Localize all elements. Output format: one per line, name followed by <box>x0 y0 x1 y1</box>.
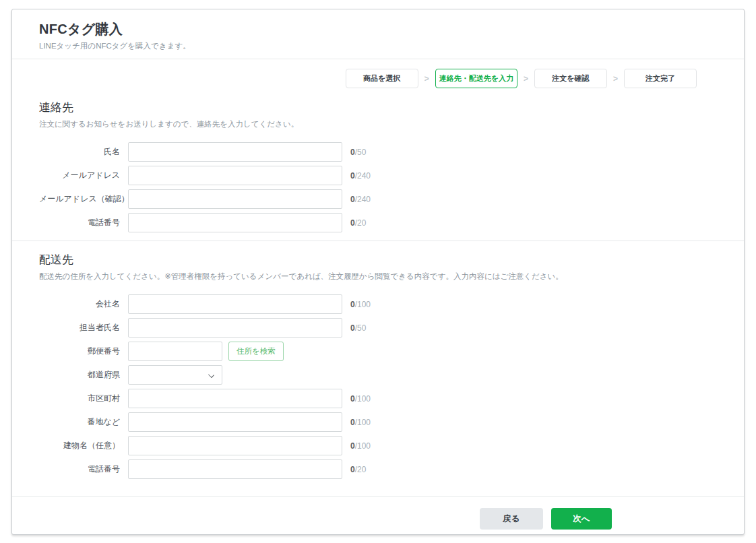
city-count: 0 <box>350 394 355 404</box>
company-input[interactable] <box>128 294 342 314</box>
next-button[interactable]: 次へ <box>551 508 612 530</box>
company-max: /100 <box>355 300 371 309</box>
field-row-postal-code: 郵便番号住所を検索 <box>39 342 717 361</box>
city-label: 市区町村 <box>39 393 120 404</box>
email-label: メールアドレス <box>39 170 120 181</box>
street-label: 番地など <box>39 416 120 428</box>
name-max: /50 <box>355 148 367 157</box>
email-max: /240 <box>355 171 371 181</box>
field-row-name: 氏名0/50 <box>39 142 717 162</box>
street-counter: 0/100 <box>350 418 371 427</box>
email-confirm-max: /240 <box>355 195 371 204</box>
email-input[interactable] <box>128 166 342 185</box>
building-label: 建物名（任意） <box>39 440 120 451</box>
shipping-phone-max: /20 <box>355 465 367 474</box>
chevron-right-icon: > <box>613 74 618 84</box>
contact-name-max: /50 <box>355 323 367 333</box>
building-count: 0 <box>350 441 355 451</box>
name-input[interactable] <box>128 142 342 162</box>
card-header: NFCタグ購入 LINEタッチ用のNFCタグを購入できます。 <box>12 9 744 59</box>
contact-name-count: 0 <box>350 323 355 333</box>
prefecture-label: 都道府県 <box>39 369 120 381</box>
field-row-city: 市区町村0/100 <box>39 389 717 408</box>
phone-max: /20 <box>355 218 367 228</box>
step-confirm-order: 注文を確認 <box>534 69 607 88</box>
contact-section: 連絡先 注文に関するお知らせをお送りしますので、連絡先を入力してください。 氏名… <box>12 100 744 232</box>
field-row-shipping-phone: 電話番号0/20 <box>39 459 717 479</box>
nfc-purchase-card: NFCタグ購入 LINEタッチ用のNFCタグを購入できます。 商品を選択>連絡先… <box>11 9 745 535</box>
step-enter-contact-shipping: 連絡先・配送先を入力 <box>435 69 517 88</box>
field-row-building: 建物名（任意）0/100 <box>39 436 717 455</box>
page-title: NFCタグ購入 <box>39 20 717 38</box>
field-row-company: 会社名0/100 <box>39 294 717 314</box>
street-max: /100 <box>355 418 371 427</box>
step-order-complete: 注文完了 <box>624 69 697 88</box>
building-input[interactable] <box>128 436 342 455</box>
chevron-down-icon <box>208 372 214 378</box>
email-confirm-counter: 0/240 <box>350 195 371 204</box>
contact-name-label: 担当者氏名 <box>39 322 120 333</box>
building-counter: 0/100 <box>350 441 371 451</box>
header-divider <box>12 59 744 59</box>
name-count: 0 <box>350 148 355 157</box>
city-counter: 0/100 <box>350 394 371 404</box>
city-max: /100 <box>355 394 371 404</box>
address-search-button[interactable]: 住所を検索 <box>228 342 284 361</box>
order-stepper: 商品を選択>連絡先・配送先を入力>注文を確認>注文完了 <box>39 68 697 89</box>
shipping-phone-count: 0 <box>350 465 355 474</box>
shipping-phone-input[interactable] <box>128 459 342 479</box>
contact-name-counter: 0/50 <box>350 323 366 333</box>
footer-actions: 戻る 次へ <box>12 508 744 530</box>
name-label: 氏名 <box>39 146 120 158</box>
email-confirm-label: メールアドレス（確認） <box>39 193 120 205</box>
street-input[interactable] <box>128 412 342 432</box>
building-max: /100 <box>355 441 371 451</box>
shipping-section-title: 配送先 <box>39 253 717 267</box>
company-count: 0 <box>350 300 355 309</box>
shipping-phone-counter: 0/20 <box>350 465 366 474</box>
contact-section-description: 注文に関するお知らせをお送りしますので、連絡先を入力してください。 <box>39 119 717 129</box>
step-select-product: 商品を選択 <box>346 69 418 88</box>
contact-name-input[interactable] <box>128 318 342 338</box>
phone-label: 電話番号 <box>39 217 120 228</box>
field-row-street: 番地など0/100 <box>39 412 717 432</box>
chevron-right-icon: > <box>424 74 429 84</box>
email-confirm-input[interactable] <box>128 189 342 209</box>
name-counter: 0/50 <box>350 148 366 157</box>
street-count: 0 <box>350 418 355 427</box>
postal-code-input[interactable] <box>128 342 222 361</box>
prefecture-select[interactable] <box>128 365 222 385</box>
page-subtitle: LINEタッチ用のNFCタグを購入できます。 <box>39 41 717 51</box>
company-counter: 0/100 <box>350 300 371 309</box>
company-label: 会社名 <box>39 298 120 310</box>
email-counter: 0/240 <box>350 171 371 181</box>
contact-section-title: 連絡先 <box>39 100 717 115</box>
phone-input[interactable] <box>128 213 342 232</box>
field-row-email: メールアドレス0/240 <box>39 166 717 185</box>
email-confirm-count: 0 <box>350 195 355 204</box>
phone-count: 0 <box>350 218 355 228</box>
email-count: 0 <box>350 171 355 181</box>
phone-counter: 0/20 <box>350 218 366 228</box>
shipping-phone-label: 電話番号 <box>39 464 120 475</box>
section-divider <box>12 241 744 241</box>
shipping-section: 配送先 配送先の住所を入力してください。※管理者権限を持っているメンバーであれば… <box>12 253 744 479</box>
shipping-section-description: 配送先の住所を入力してください。※管理者権限を持っているメンバーであれば、注文履… <box>39 272 717 282</box>
field-row-contact-name: 担当者氏名0/50 <box>39 318 717 338</box>
footer-divider <box>12 496 744 497</box>
shipping-fields: 会社名0/100担当者氏名0/50郵便番号住所を検索都道府県市区町村0/100番… <box>39 294 717 479</box>
back-button[interactable]: 戻る <box>480 508 543 530</box>
field-row-email-confirm: メールアドレス（確認）0/240 <box>39 189 717 209</box>
city-input[interactable] <box>128 389 342 408</box>
field-row-prefecture: 都道府県 <box>39 365 717 385</box>
field-row-phone: 電話番号0/20 <box>39 213 717 232</box>
postal-code-label: 郵便番号 <box>39 346 120 357</box>
chevron-right-icon: > <box>524 74 528 84</box>
contact-fields: 氏名0/50メールアドレス0/240メールアドレス（確認）0/240電話番号0/… <box>39 142 717 232</box>
